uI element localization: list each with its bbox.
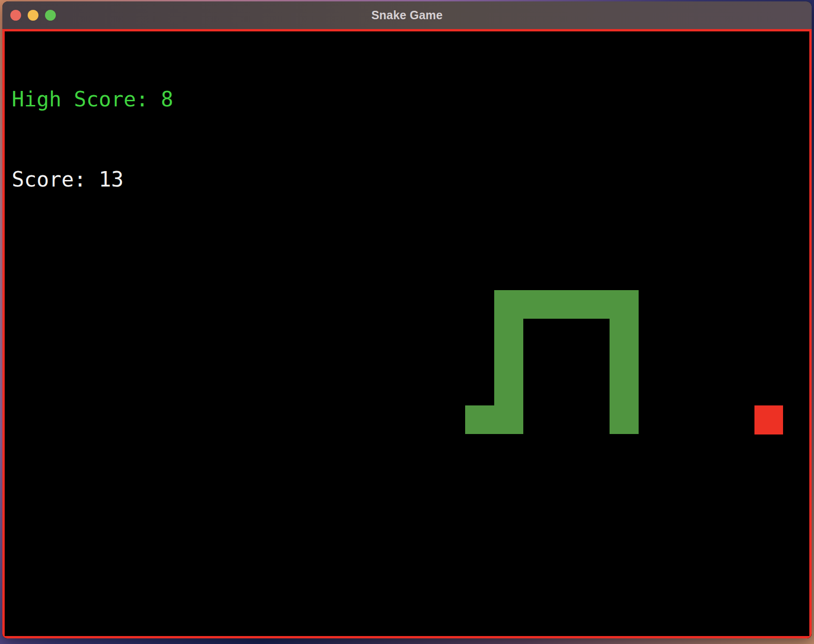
window-titlebar[interactable]: Snake Game xyxy=(2,1,812,29)
close-button[interactable] xyxy=(10,10,21,21)
snake-game-window: Snake Game High Score: 8 Score: 13 xyxy=(2,1,812,638)
traffic-lights xyxy=(10,10,56,21)
window-title: Snake Game xyxy=(2,1,812,29)
snake-segment xyxy=(494,290,523,434)
hud: High Score: 8 Score: 13 xyxy=(12,32,173,246)
zoom-button[interactable] xyxy=(45,10,56,21)
high-score-text: High Score: 8 xyxy=(12,86,173,112)
snake-segment xyxy=(610,290,639,434)
minimize-button[interactable] xyxy=(28,10,38,21)
desktop: { "desktop": { "wallpaper_corner_colors"… xyxy=(0,0,814,644)
game-board-surface: High Score: 8 Score: 13 xyxy=(5,31,809,636)
snake-segment xyxy=(465,405,494,434)
score-text: Score: 13 xyxy=(12,166,173,193)
game-board[interactable]: High Score: 8 Score: 13 xyxy=(2,29,812,638)
food xyxy=(754,405,783,434)
